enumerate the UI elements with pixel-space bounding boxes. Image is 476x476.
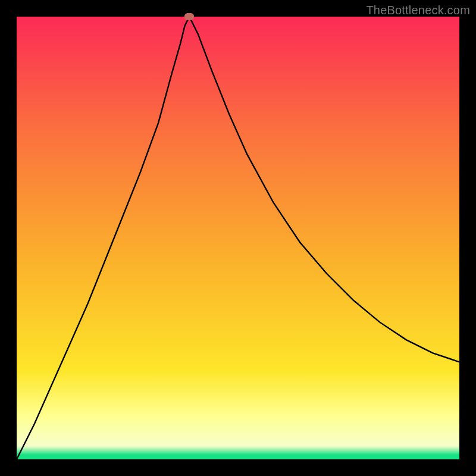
curve-path: [17, 17, 459, 459]
bottleneck-curve: [17, 17, 459, 459]
watermark-text: TheBottleneck.com: [366, 4, 470, 17]
minimum-marker: [184, 13, 194, 20]
chart-container: TheBottleneck.com: [0, 0, 476, 476]
plot-area: [17, 17, 459, 459]
